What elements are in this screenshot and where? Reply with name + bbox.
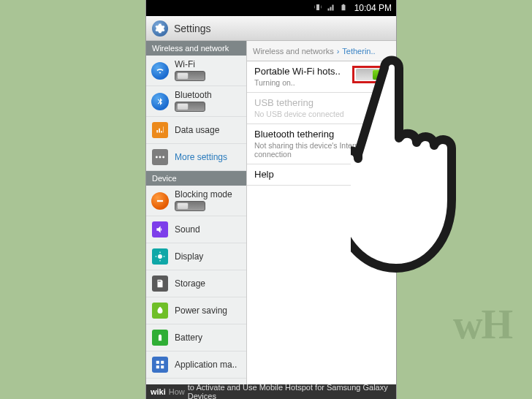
sidebar-item-application-manager[interactable]: Application ma..: [146, 352, 246, 379]
breadcrumb-current: Tetherin..: [342, 47, 375, 56]
svg-rect-11: [156, 361, 159, 364]
wikihow-watermark: wH: [453, 301, 512, 348]
usb-tethering-checkbox: [376, 100, 387, 112]
item-subtitle: No USB device connected: [254, 110, 389, 118]
section-header-device: Device: [146, 171, 246, 186]
settings-sidebar[interactable]: Wireless and network Wi-Fi Bluetooth: [146, 41, 247, 399]
sidebar-item-label: Data usage: [175, 126, 219, 134]
svg-rect-3: [157, 200, 163, 201]
power-saving-icon: [152, 303, 168, 319]
storage-icon: [152, 276, 168, 292]
wifi-icon: [151, 62, 169, 80]
data-usage-icon: [152, 122, 168, 138]
blocking-mode-icon: [151, 192, 169, 210]
sidebar-item-label: Storage: [175, 279, 205, 288]
caption-brand-a: wiki: [151, 387, 166, 396]
sidebar-item-bluetooth[interactable]: Bluetooth: [146, 86, 246, 117]
caption-bar: wikiHow to Activate and Use Mobile Hotsp…: [146, 384, 396, 399]
sound-icon: [152, 221, 168, 238]
app-header: Settings: [146, 16, 396, 41]
display-icon: [152, 248, 168, 265]
sidebar-item-wifi[interactable]: Wi-Fi: [146, 56, 246, 86]
sidebar-item-display[interactable]: Display: [146, 243, 246, 270]
sidebar-item-power-saving[interactable]: Power saving: [146, 297, 246, 324]
wifi-toggle[interactable]: [175, 71, 205, 81]
signal-icon: [327, 3, 335, 13]
sidebar-item-more-settings[interactable]: More settings: [146, 144, 246, 171]
app-title: Settings: [174, 23, 211, 34]
item-bluetooth-tethering[interactable]: Bluetooth tethering Not sharing this dev…: [247, 124, 396, 164]
svg-rect-12: [161, 361, 164, 364]
item-title: USB tethering: [254, 97, 389, 108]
sidebar-item-label: Wi-Fi: [175, 60, 205, 69]
item-help[interactable]: Help: [247, 164, 396, 186]
sidebar-item-label: Battery: [175, 333, 202, 342]
item-title: Bluetooth tethering: [254, 129, 389, 140]
vibrate-icon: [314, 3, 322, 13]
detail-pane: Wireless and networks › Tetherin.. Porta…: [247, 41, 396, 399]
apps-icon: [152, 357, 168, 373]
item-usb-tethering: USB tethering No USB device connected: [247, 93, 396, 124]
sidebar-item-storage[interactable]: Storage: [146, 270, 246, 297]
sidebar-item-label: Blocking mode: [175, 190, 232, 199]
svg-rect-9: [159, 281, 159, 282]
svg-point-0: [156, 156, 158, 159]
sidebar-item-label: More settings: [175, 153, 227, 162]
svg-point-2: [162, 156, 164, 159]
svg-rect-14: [161, 365, 164, 368]
item-title: Help: [254, 169, 389, 180]
sidebar-item-label: Display: [175, 252, 203, 261]
svg-rect-10: [159, 281, 160, 282]
sidebar-item-label: Sound: [175, 225, 200, 234]
bluetooth-icon: [151, 93, 169, 110]
blocking-toggle[interactable]: [175, 201, 205, 211]
breadcrumb-root[interactable]: Wireless and networks: [253, 47, 334, 56]
caption-brand-b: How: [169, 387, 185, 396]
item-subtitle: Not sharing this device's Internet conne…: [254, 141, 389, 159]
clock: 10:04 PM: [354, 3, 392, 13]
item-portable-wifi-hotspot[interactable]: Portable Wi-Fi hots.. Turning on..: [247, 61, 396, 93]
sidebar-item-label: Bluetooth: [175, 91, 212, 99]
sidebar-item-blocking-mode[interactable]: Blocking mode: [146, 186, 246, 216]
device-frame: 10:04 PM Settings Wireless and network W…: [146, 0, 396, 399]
section-header-wireless: Wireless and network: [146, 41, 246, 56]
sidebar-item-sound[interactable]: Sound: [146, 216, 246, 243]
hotspot-toggle[interactable]: [352, 66, 392, 83]
svg-rect-13: [156, 365, 159, 368]
battery-icon: [340, 3, 347, 13]
sidebar-item-data-usage[interactable]: Data usage: [146, 117, 246, 144]
chevron-right-icon: ›: [337, 47, 340, 56]
sidebar-item-label: Application ma..: [175, 360, 237, 369]
more-icon: [152, 149, 168, 165]
status-bar: 10:04 PM: [146, 0, 396, 16]
caption-text: to Activate and Use Mobile Hotspot for S…: [188, 383, 392, 399]
svg-point-1: [159, 156, 162, 159]
battery-item-icon: [152, 330, 168, 346]
sidebar-item-battery[interactable]: Battery: [146, 324, 246, 352]
svg-point-4: [158, 254, 162, 259]
bluetooth-toggle[interactable]: [175, 102, 205, 112]
sidebar-item-label: Power saving: [175, 306, 227, 315]
breadcrumb[interactable]: Wireless and networks › Tetherin..: [247, 41, 396, 61]
settings-app-icon: [152, 20, 168, 37]
